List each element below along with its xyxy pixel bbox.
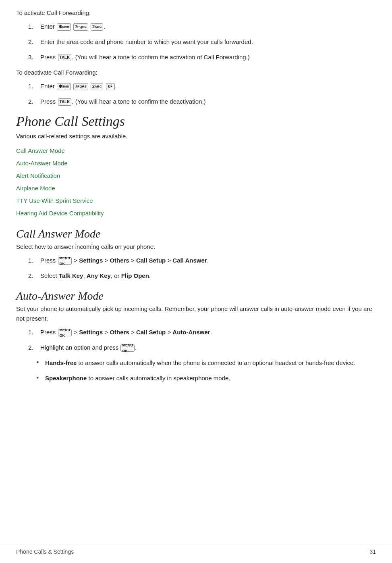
deactivate-heading: To deactivate Call Forwarding: [16,68,376,77]
bullet-icon-1: ▪ [36,358,41,367]
auto-answer-mode-heading: Auto-Answer Mode [16,290,376,302]
auto-answer-step-1: 1. Press MENUOK > Settings > Others > Ca… [28,327,376,337]
toc-link-airplane-mode[interactable]: Airplane Mode [16,183,376,194]
footer-left: Phone Calls & Settings [16,548,74,555]
footer-right: 31 [369,548,376,555]
call-answer-mode-heading: Call Answer Mode [16,227,376,240]
key-talk: TALK [58,54,72,61]
toc-link-tty[interactable]: TTY Use With Sprint Service [16,195,376,206]
key-menu-ok-2: MENUOK [58,329,72,336]
auto-answer-mode-section: Auto-Answer Mode Set your phone to autom… [16,290,376,383]
deactivate-step-2: 2. Press TALK. (You will hear a tone to … [28,97,376,106]
toc-link-auto-answer-mode[interactable]: Auto-Answer Mode [16,158,376,169]
key-shift: ✱Shift [57,23,71,31]
auto-answer-step-2: 2. Highlight an option and press MENUOK. [28,343,376,352]
toc-section: Call Answer Mode Auto-Answer Mode Alert … [16,145,376,219]
key-2abc: 2ABC [91,23,103,31]
activate-heading: To activate Call Forwarding: [16,8,376,18]
call-answer-step-1: 1. Press MENUOK > Settings > Others > Ca… [28,256,376,265]
key-7pqrs-d: 7PQRS [73,83,88,90]
call-forwarding-section: To activate Call Forwarding: 1. Enter ✱S… [16,8,376,106]
phone-call-settings-desc: Various call-related settings are availa… [16,131,376,141]
key-menu-ok-3: MENUOK [120,344,135,352]
bullet-hands-free: ▪ Hands-free to answer calls automatical… [36,358,376,368]
call-answer-steps-list: 1. Press MENUOK > Settings > Others > Ca… [16,256,376,281]
deactivate-step-1: 1. Enter ✱Shift 7PQRS 2ABC 0+. [28,81,376,91]
auto-answer-bullets: ▪ Hands-free to answer calls automatical… [16,358,376,383]
call-answer-mode-desc: Select how to answer incoming calls on y… [16,242,376,252]
auto-answer-steps-list: 1. Press MENUOK > Settings > Others > Ca… [16,327,376,352]
auto-answer-mode-desc: Set your phone to automatically pick up … [16,304,376,323]
call-answer-step-2: 2. Select Talk Key, Any Key, or Flip Ope… [28,271,376,281]
key-talk-d: TALK [58,98,72,106]
activate-step-2-text: Enter the area code and phone number to … [40,37,253,47]
deactivate-steps-list: 1. Enter ✱Shift 7PQRS 2ABC 0+. 2. Press … [16,81,376,106]
activate-steps-list: 1. Enter ✱Shift 7PQRS 2ABC. 2. Enter the… [16,22,376,62]
toc-link-call-answer-mode[interactable]: Call Answer Mode [16,145,376,156]
activate-step-3: 3. Press TALK. (You will hear a tone to … [28,52,376,62]
activate-step-2: 2. Enter the area code and phone number … [28,37,376,47]
key-0plus: 0+ [106,83,115,90]
call-answer-mode-section: Call Answer Mode Select how to answer in… [16,227,376,281]
key-7pqrs: 7PQRS [73,23,88,31]
key-shift-d: ✱Shift [57,83,71,90]
activate-step-1: 1. Enter ✱Shift 7PQRS 2ABC. [28,22,376,31]
key-2abc-d: 2ABC [91,83,103,90]
toc-link-alert-notification[interactable]: Alert Notification [16,170,376,181]
bullet-icon-2: ▪ [36,373,41,382]
footer-bar: Phone Calls & Settings 31 [0,545,392,555]
toc-link-hearing-aid[interactable]: Hearing Aid Device Compatibility [16,208,376,219]
bullet-speakerphone: ▪ Speakerphone to answer calls automatic… [36,373,376,383]
key-menu-ok-1: MENUOK [58,257,72,265]
phone-call-settings-heading: Phone Call Settings [16,114,376,129]
